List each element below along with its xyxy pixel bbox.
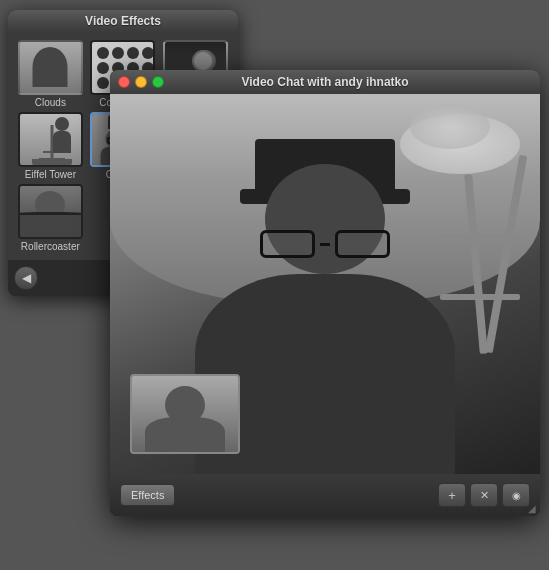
videochat-titlebar: Video Chat with andy ihnatko (110, 70, 540, 94)
effect-item-rollercoaster[interactable]: Rollercoaster (16, 184, 85, 252)
toolbar-left: Effects (120, 484, 175, 506)
minimize-button[interactable] (135, 76, 147, 88)
effect-item-eiffel[interactable]: Eiffel Tower (16, 112, 85, 180)
add-icon: + (448, 488, 456, 503)
glass-bridge (320, 243, 330, 246)
nav-back-button[interactable]: ◀ (14, 266, 38, 290)
window-controls (118, 76, 164, 88)
effect-label-rollercoaster: Rollercoaster (21, 241, 80, 252)
effects-titlebar: Video Effects (8, 10, 238, 32)
close-button[interactable] (118, 76, 130, 88)
camera-icon: ◉ (512, 490, 521, 501)
mute-icon: ✕ (480, 489, 489, 502)
effect-thumb-eiffel (18, 112, 83, 167)
resize-handle[interactable]: ◢ (528, 503, 536, 514)
videochat-toolbar: Effects + ✕ ◉ (110, 474, 540, 516)
effect-thumb-clouds (18, 40, 83, 95)
mute-button[interactable]: ✕ (470, 483, 498, 507)
videochat-title: Video Chat with andy ihnatko (241, 75, 408, 89)
effects-panel-title: Video Effects (85, 14, 161, 28)
add-button[interactable]: + (438, 483, 466, 507)
self-view-inner (132, 376, 238, 452)
glass-right (335, 230, 390, 258)
self-view-thumbnail (130, 374, 240, 454)
video-glasses (260, 229, 390, 259)
effect-label-clouds: Clouds (35, 97, 66, 108)
effect-thumb-rollercoaster (18, 184, 83, 239)
effect-label-eiffel: Eiffel Tower (25, 169, 76, 180)
effect-item-clouds[interactable]: Clouds (16, 40, 85, 108)
video-main (110, 94, 540, 474)
self-view-body (145, 417, 225, 452)
toolbar-right: + ✕ ◉ (438, 483, 530, 507)
videochat-window: Video Chat with andy ihnatko (110, 70, 540, 516)
maximize-button[interactable] (152, 76, 164, 88)
camera-button[interactable]: ◉ (502, 483, 530, 507)
effects-button[interactable]: Effects (120, 484, 175, 506)
glass-left (260, 230, 315, 258)
